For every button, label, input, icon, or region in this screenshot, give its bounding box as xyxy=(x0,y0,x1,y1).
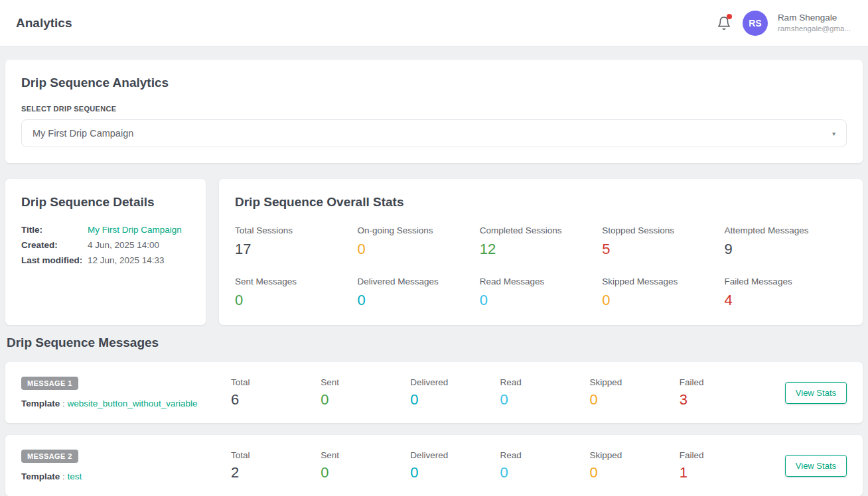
template-name-link[interactable]: website_button_without_variable xyxy=(68,399,198,408)
stat-item: Delivered Messages0 xyxy=(357,277,479,309)
stat-label: Completed Sessions xyxy=(480,225,602,235)
avatar[interactable]: RS xyxy=(743,11,768,36)
overall-stats-grid: Total Sessions17On-going Sessions0Comple… xyxy=(235,225,847,309)
stat-value: 0 xyxy=(590,464,680,481)
stat-item: Skipped0 xyxy=(590,377,680,408)
detail-field-label: Last modified: xyxy=(21,253,88,269)
stat-value: 0 xyxy=(410,391,500,408)
detail-title-link[interactable]: My First Drip Campaign xyxy=(88,223,182,238)
message-badge: MESSAGE 1 xyxy=(21,377,78,390)
message-stats: Total6Sent0Delivered0Read0Skipped0Failed… xyxy=(231,377,785,408)
stat-label: Skipped xyxy=(590,377,680,387)
user-menu[interactable]: Ram Shengale ramshengale@gma... xyxy=(778,12,851,34)
overall-stats-card: Drip Sequence Overall Stats Total Sessio… xyxy=(219,179,863,325)
stat-item: Failed Messages4 xyxy=(725,277,847,309)
details-and-stats-row: Drip Sequence Details Title:My First Dri… xyxy=(5,179,863,325)
stat-value: 5 xyxy=(602,241,724,258)
stat-item: Sent0 xyxy=(321,450,410,481)
stat-item: Stopped Sessions5 xyxy=(602,225,724,258)
message-badge: MESSAGE 2 xyxy=(21,450,78,463)
stat-item: Failed1 xyxy=(680,450,769,481)
stat-label: Total xyxy=(231,450,321,460)
stat-item: Total2 xyxy=(231,450,321,481)
stat-item: Attempted Messages9 xyxy=(725,225,847,258)
stat-value: 3 xyxy=(680,391,769,408)
view-stats-button[interactable]: View Stats xyxy=(785,455,847,477)
drip-sequence-select[interactable]: My First Drip Campaign ▾ xyxy=(21,119,847,147)
stat-label: Sent xyxy=(321,450,410,460)
drip-sequence-analytics-card: Drip Sequence Analytics SELECT DRIP SEQU… xyxy=(5,60,863,163)
stat-value: 0 xyxy=(500,464,589,481)
template-name-link[interactable]: test xyxy=(68,471,82,481)
stat-value: 0 xyxy=(321,464,410,481)
details-card-title: Drip Sequence Details xyxy=(21,195,190,210)
notification-dot xyxy=(727,14,732,19)
stat-value: 0 xyxy=(321,391,410,408)
drip-sequence-selected-value: My First Drip Campaign xyxy=(33,128,133,139)
stat-item: On-going Sessions0 xyxy=(357,225,479,258)
stat-label: Attempted Messages xyxy=(725,225,847,235)
stat-value: 1 xyxy=(680,464,769,481)
stat-label: On-going Sessions xyxy=(357,225,479,235)
analytics-card-title: Drip Sequence Analytics xyxy=(21,76,847,90)
stat-label: Skipped Messages xyxy=(602,277,724,286)
detail-field: Created:4 Jun, 2025 14:00 xyxy=(21,238,190,253)
stat-item: Completed Sessions12 xyxy=(480,225,602,258)
stat-item: Read0 xyxy=(500,377,589,408)
stat-value: 9 xyxy=(725,241,847,258)
message-card: MESSAGE 2Template : testTotal2Sent0Deliv… xyxy=(5,435,863,496)
stat-value: 0 xyxy=(410,464,500,481)
stat-label: Delivered Messages xyxy=(357,277,479,286)
stat-item: Read Messages0 xyxy=(480,277,602,309)
detail-field-label: Created: xyxy=(21,238,88,253)
select-drip-sequence-label: SELECT DRIP SEQUENCE xyxy=(21,105,847,113)
messages-section-title: Drip Sequence Messages xyxy=(5,336,863,350)
notifications-button[interactable] xyxy=(715,15,733,32)
stat-value: 4 xyxy=(725,292,847,309)
message-card: MESSAGE 1Template : website_button_witho… xyxy=(5,362,863,423)
overall-stats-title: Drip Sequence Overall Stats xyxy=(235,195,847,210)
stat-item: Read0 xyxy=(500,450,589,481)
page-title: Analytics xyxy=(16,16,72,31)
stat-item: Total6 xyxy=(231,377,321,408)
stat-value: 17 xyxy=(235,241,357,258)
template-line: Template : website_button_without_variab… xyxy=(21,399,231,408)
stat-label: Read xyxy=(500,450,589,460)
stat-value: 0 xyxy=(235,292,357,309)
stat-label: Skipped xyxy=(590,450,680,460)
stat-value: 12 xyxy=(480,241,602,258)
stat-value: 0 xyxy=(357,241,479,258)
stat-item: Sent Messages0 xyxy=(235,277,357,309)
stat-label: Read Messages xyxy=(480,277,602,286)
stat-value: 0 xyxy=(500,391,589,408)
stat-label: Sent xyxy=(321,377,410,387)
message-info: MESSAGE 1Template : website_button_witho… xyxy=(21,377,231,408)
detail-field-value: 4 Jun, 2025 14:00 xyxy=(88,238,159,253)
detail-field-value: 12 Jun, 2025 14:33 xyxy=(88,253,165,269)
stat-item: Skipped0 xyxy=(590,450,680,481)
template-label: Template xyxy=(21,399,60,408)
stat-label: Total xyxy=(231,377,321,387)
stat-label: Failed xyxy=(680,377,769,387)
stat-item: Delivered0 xyxy=(410,377,500,408)
stat-label: Failed Messages xyxy=(725,277,847,286)
message-info: MESSAGE 2Template : test xyxy=(21,450,231,481)
header-right: RS Ram Shengale ramshengale@gma... xyxy=(715,11,851,36)
stat-value: 0 xyxy=(590,391,680,408)
chevron-down-icon: ▾ xyxy=(832,130,835,137)
stat-item: Skipped Messages0 xyxy=(602,277,724,309)
stat-label: Read xyxy=(500,377,589,387)
details-fields: Title:My First Drip CampaignCreated:4 Ju… xyxy=(21,223,190,269)
detail-field-label: Title: xyxy=(21,223,88,238)
view-stats-button[interactable]: View Stats xyxy=(785,382,847,404)
stat-label: Delivered xyxy=(410,450,500,460)
stat-value: 0 xyxy=(480,292,602,309)
template-line: Template : test xyxy=(21,471,231,481)
stat-item: Delivered0 xyxy=(410,450,500,481)
stat-value: 0 xyxy=(602,292,724,309)
stat-value: 6 xyxy=(231,391,321,408)
template-label: Template xyxy=(21,471,60,481)
stat-label: Sent Messages xyxy=(235,277,357,286)
template-separator: : xyxy=(60,399,67,408)
stat-value: 2 xyxy=(231,464,321,481)
